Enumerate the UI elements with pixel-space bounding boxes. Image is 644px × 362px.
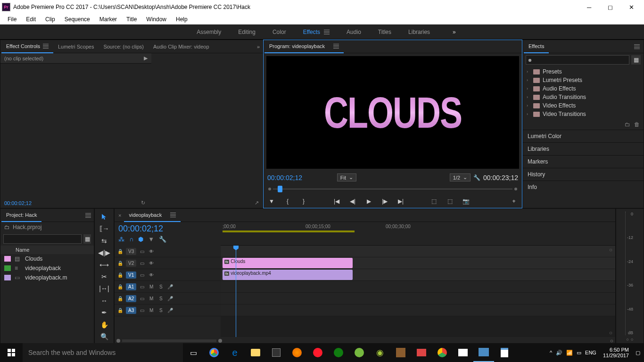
- scroll-handle-icon[interactable]: ○: [609, 247, 612, 253]
- mic-icon[interactable]: 🎤: [166, 284, 174, 289]
- hand-tool[interactable]: ✋: [98, 320, 111, 329]
- clip-clouds[interactable]: fxClouds: [223, 258, 353, 268]
- workspace-color[interactable]: Color: [264, 25, 295, 40]
- track-v2[interactable]: fxClouds: [221, 257, 615, 269]
- timeline-timecode[interactable]: 00:00:02;12: [115, 222, 221, 235]
- app-opera[interactable]: [307, 343, 328, 362]
- mic-icon[interactable]: 🎤: [166, 308, 174, 313]
- snap-icon[interactable]: ⁂: [118, 236, 124, 243]
- eye-icon[interactable]: 👁: [148, 272, 155, 278]
- app-notepad[interactable]: [494, 343, 515, 362]
- new-bin-icon[interactable]: ▦: [631, 55, 641, 65]
- app-android-studio[interactable]: ◉: [370, 343, 390, 362]
- timeline-ruler[interactable]: ;00;00 00;00;15;00 00;00;30;00: [221, 222, 615, 246]
- workspace-effects[interactable]: Effects: [295, 25, 338, 40]
- project-item-sequence[interactable]: ≡ videoplayback: [0, 263, 94, 273]
- workspace-titles[interactable]: Titles: [370, 25, 400, 40]
- tab-source[interactable]: Source: (no clips): [99, 40, 149, 53]
- rate-stretch-tool[interactable]: ⟷: [98, 260, 111, 270]
- menu-edit[interactable]: Edit: [21, 15, 41, 24]
- selection-tool[interactable]: [98, 212, 111, 222]
- workspace-menu-icon[interactable]: [324, 30, 330, 34]
- toggle-output-icon[interactable]: ▭: [138, 249, 146, 254]
- menu-sequence[interactable]: Sequence: [60, 15, 95, 24]
- section-lumetri-color[interactable]: Lumetri Color: [523, 130, 644, 142]
- language-indicator[interactable]: ENG: [585, 350, 596, 355]
- menu-window[interactable]: Window: [141, 15, 171, 24]
- section-history[interactable]: History: [523, 168, 644, 181]
- battery-icon[interactable]: ▭: [577, 350, 581, 356]
- settings-icon[interactable]: 🔧: [473, 174, 480, 181]
- lock-icon[interactable]: 🔒: [116, 261, 124, 266]
- maximize-button[interactable]: ◻: [600, 0, 621, 14]
- network-icon[interactable]: 📶: [566, 350, 573, 356]
- section-info[interactable]: Info: [523, 181, 644, 193]
- panel-menu-icon[interactable]: [85, 213, 91, 218]
- program-viewer[interactable]: CLOUDS: [266, 56, 519, 169]
- solo-icon[interactable]: ○: [631, 337, 633, 342]
- project-search-input[interactable]: [3, 234, 82, 244]
- folder-audio-effects[interactable]: ›Audio Effects: [525, 84, 642, 93]
- tab-project[interactable]: Project: Hack: [1, 209, 41, 222]
- app-generic2[interactable]: [411, 343, 432, 362]
- track-header-a3[interactable]: 🔒A3▭MS🎤: [115, 304, 221, 316]
- clip-video[interactable]: fxvideoplayback.mp4: [223, 270, 353, 280]
- lock-icon[interactable]: 🔒: [116, 272, 124, 278]
- mark-in-icon[interactable]: ▼: [267, 197, 276, 206]
- close-button[interactable]: ✕: [621, 0, 642, 14]
- start-button[interactable]: [0, 343, 23, 362]
- goto-in-icon[interactable]: |◀: [332, 197, 341, 206]
- minimize-button[interactable]: ─: [578, 0, 600, 14]
- loop-icon[interactable]: ↻: [141, 200, 145, 206]
- export-frame-icon[interactable]: 📷: [462, 197, 470, 206]
- taskbar-search[interactable]: Search the web and Windows: [23, 343, 183, 362]
- menu-clip[interactable]: Clip: [41, 15, 60, 24]
- razor-tool[interactable]: ✂: [98, 272, 111, 281]
- program-timecode-current[interactable]: 00:00:02;12: [267, 174, 302, 181]
- toggle-output-icon[interactable]: ▭: [138, 261, 146, 266]
- toggle-output-icon[interactable]: ▭: [138, 272, 146, 278]
- project-item-clouds[interactable]: ▤ Clouds: [0, 254, 94, 263]
- playhead-icon[interactable]: [278, 186, 282, 192]
- timeline-tracks[interactable]: fxClouds fxvideoplayback.mp4 ○ ○: [221, 246, 615, 337]
- program-scrubber[interactable]: [268, 184, 517, 194]
- lock-icon[interactable]: 🔒: [116, 308, 124, 313]
- track-header-a1[interactable]: 🔒A1▭MS🎤: [115, 281, 221, 293]
- workspace-editing[interactable]: Editing: [230, 25, 264, 40]
- add-marker-icon[interactable]: ▼: [148, 236, 154, 243]
- linked-selection-icon[interactable]: ∩: [129, 236, 133, 243]
- panel-menu-icon[interactable]: [170, 213, 176, 217]
- mic-icon[interactable]: 🎤: [166, 296, 174, 301]
- app-generic1[interactable]: [390, 343, 411, 362]
- app-premiere[interactable]: [473, 343, 494, 362]
- app-explorer[interactable]: [245, 343, 266, 362]
- panel-menu-icon[interactable]: [43, 44, 49, 49]
- menu-file[interactable]: File: [3, 15, 21, 24]
- new-folder-icon[interactable]: 🗀: [625, 121, 630, 128]
- section-libraries[interactable]: Libraries: [523, 142, 644, 155]
- expand-icon[interactable]: ▶: [144, 55, 148, 61]
- mark-clip-icon[interactable]: }: [299, 197, 308, 206]
- app-store[interactable]: [266, 343, 287, 362]
- app-chrome[interactable]: [204, 343, 224, 362]
- track-v1[interactable]: fxvideoplayback.mp4: [221, 269, 615, 281]
- mark-out-icon[interactable]: {: [283, 197, 292, 206]
- zoom-fit-select[interactable]: Fit⌄: [337, 173, 356, 181]
- column-name[interactable]: Name: [0, 246, 94, 254]
- toggle-output-icon[interactable]: ▭: [138, 296, 146, 301]
- filter-icon[interactable]: ▦: [83, 234, 91, 244]
- tab-sequence[interactable]: videoplayback: [124, 209, 181, 222]
- notifications-icon[interactable]: ▢: [636, 350, 640, 356]
- timeline-playhead[interactable]: [236, 246, 236, 337]
- app-edge[interactable]: e: [224, 343, 245, 362]
- export-icon[interactable]: ↗: [255, 200, 259, 206]
- app-chrome2[interactable]: [432, 343, 453, 362]
- play-button[interactable]: ▶: [364, 197, 373, 206]
- app-utorrent[interactable]: [349, 343, 370, 362]
- work-area-bar[interactable]: [223, 230, 355, 232]
- goto-out-icon[interactable]: ▶|: [396, 197, 405, 206]
- app-firefox[interactable]: [287, 343, 307, 362]
- workspace-overflow-icon[interactable]: »: [453, 29, 456, 35]
- panel-menu-icon[interactable]: [634, 44, 640, 49]
- eye-icon[interactable]: 👁: [148, 249, 155, 254]
